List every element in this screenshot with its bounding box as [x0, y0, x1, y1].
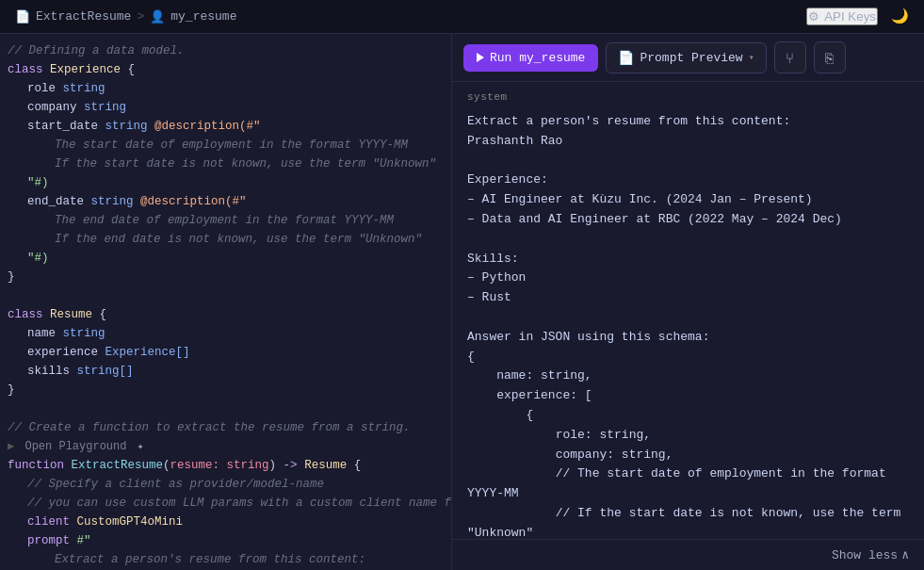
open-playground-link[interactable]: ▶ Open Playground ✦ — [8, 437, 143, 456]
breadcrumb: 📄 ExtractResume > 👤 my_resume — [15, 9, 236, 24]
breadcrumb-project[interactable]: ExtractResume — [36, 9, 131, 24]
code-line: The end date of employment in the format… — [0, 211, 451, 230]
copy-icon: ⎘ — [825, 50, 834, 66]
code-line: class Experience { — [0, 60, 451, 79]
prompt-content: Extract a person's resume from this cont… — [452, 108, 924, 539]
run-label: Run my_resume — [490, 51, 585, 65]
prompt-preview-button[interactable]: 📄 Prompt Preview ▾ — [606, 42, 766, 73]
breadcrumb-sep: > — [137, 9, 144, 24]
code-line: end_date string @description(#" — [0, 192, 451, 211]
code-line: // Create a function to extract the resu… — [0, 418, 451, 437]
code-line: role string — [0, 79, 451, 98]
gear-icon: ⚙ — [808, 9, 819, 24]
code-line: // Specify a client as provider/model-na… — [0, 475, 451, 494]
code-line — [0, 286, 451, 305]
run-button[interactable]: Run my_resume — [463, 44, 598, 72]
code-line: If the end date is not known, use the te… — [0, 230, 451, 249]
copy-button[interactable]: ⎘ — [814, 41, 846, 73]
code-line: The start date of employment in the form… — [0, 136, 451, 155]
theme-toggle-icon[interactable]: 🌙 — [891, 8, 909, 25]
code-line: function ExtractResume(resume: string) -… — [0, 456, 451, 475]
prompt-preview-label: Prompt Preview — [640, 51, 742, 65]
code-line: skills string[] — [0, 362, 451, 381]
file-icon: 📄 — [15, 9, 30, 24]
code-line: experience Experience[] — [0, 343, 451, 362]
code-line: If the start date is not known, use the … — [0, 155, 451, 173]
top-bar: 📄 ExtractResume > 👤 my_resume ⚙ API Keys… — [0, 0, 924, 34]
code-line: "#) — [0, 173, 451, 192]
person-icon: 👤 — [150, 9, 165, 24]
main-content: // Defining a data model. class Experien… — [0, 34, 924, 570]
chevron-down-icon: ▾ — [749, 52, 754, 63]
fork-icon: ⑂ — [786, 50, 794, 66]
code-line — [0, 399, 451, 418]
system-label: system — [452, 82, 924, 108]
code-line: company string — [0, 98, 451, 117]
show-less-label: Show less — [832, 548, 898, 562]
chevron-up-icon: ∧ — [901, 547, 909, 562]
play-icon — [477, 53, 484, 62]
code-editor: // Defining a data model. class Experien… — [0, 34, 452, 570]
code-line: start_date string @description(#" — [0, 117, 451, 136]
fork-button[interactable]: ⑂ — [774, 41, 806, 73]
api-keys-button[interactable]: ⚙ API Keys — [806, 8, 878, 25]
code-line: // you can use custom LLM params with a … — [0, 494, 451, 513]
code-line: Extract a person's resume from this cont… — [0, 550, 451, 569]
open-playground-line[interactable]: ▶ Open Playground ✦ — [0, 437, 451, 456]
code-line: } — [0, 381, 451, 399]
code-line: } — [0, 268, 451, 286]
document-icon: 📄 — [618, 50, 634, 66]
code-line: class Resume { — [0, 305, 451, 324]
code-line: // Defining a data model. — [0, 41, 451, 60]
right-panel: Run my_resume 📄 Prompt Preview ▾ ⑂ ⎘ sys… — [452, 34, 924, 570]
prompt-panel: system Extract a person's resume from th… — [452, 82, 924, 539]
code-line: prompt #" — [0, 531, 451, 550]
code-line: client CustomGPT4oMini — [0, 513, 451, 531]
top-bar-right: ⚙ API Keys 🌙 — [806, 8, 909, 25]
show-less-button[interactable]: Show less ∧ — [832, 547, 909, 562]
code-line: name string — [0, 324, 451, 343]
action-bar: Run my_resume 📄 Prompt Preview ▾ ⑂ ⎘ — [452, 34, 924, 82]
code-line: "#) — [0, 249, 451, 268]
breadcrumb-file: my_resume — [170, 9, 236, 24]
bottom-bar: Show less ∧ — [452, 539, 924, 570]
